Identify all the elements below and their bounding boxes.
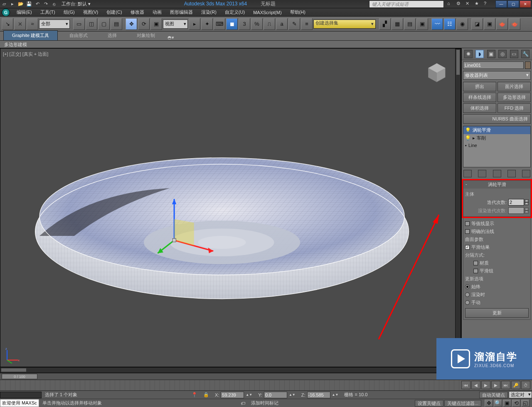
zoom-icon[interactable]: 🔍 — [494, 400, 502, 407]
object-color-swatch[interactable] — [525, 61, 531, 69]
modifier-stack[interactable]: 💡涡轮平滑 💡▸车削 ▪Line — [463, 126, 531, 167]
display-panel-icon[interactable]: ▭ — [510, 50, 518, 58]
sep-material-checkbox[interactable] — [473, 261, 478, 265]
render-iter-input[interactable] — [508, 207, 524, 214]
edit-named-sel-icon[interactable]: ✎ — [288, 18, 300, 30]
coord-y-input[interactable] — [264, 392, 287, 398]
spinner-down-icon[interactable]: ▼ — [525, 202, 529, 205]
update-render-radio[interactable] — [465, 292, 470, 297]
time-tag-icon[interactable]: 🏷 — [238, 401, 248, 406]
iterations-spinner[interactable]: ▲▼ — [508, 199, 529, 206]
stack-item-lathe[interactable]: 💡▸车削 — [463, 134, 530, 142]
goto-start-icon[interactable]: ⏮ — [461, 381, 470, 389]
iterations-input[interactable] — [508, 199, 524, 206]
key-mode-icon[interactable]: 🔑 — [511, 381, 520, 389]
isoline-checkbox[interactable] — [465, 221, 470, 226]
configure-sets-icon[interactable] — [522, 170, 530, 177]
select-manipulate-icon[interactable]: ✦ — [201, 18, 213, 30]
mod-btn-vol-select[interactable]: 体积选择 — [463, 103, 496, 113]
lightbulb-icon[interactable]: 💡 — [465, 135, 471, 141]
lightbulb-icon[interactable]: 💡 — [465, 127, 471, 133]
help-icon[interactable]: ? — [484, 1, 490, 7]
selection-filter-dropdown[interactable]: 全部 — [39, 20, 70, 29]
menu-custom[interactable]: 自定义(U) — [221, 9, 249, 15]
save-icon[interactable]: 💾 — [26, 1, 32, 7]
maxscript-mini-listener[interactable]: 欢迎使用 MAXSc — [0, 399, 39, 407]
create-panel-icon[interactable]: ✺ — [464, 50, 473, 58]
lock-selection-icon[interactable]: 📍 — [189, 392, 200, 397]
explicit-normals-checkbox[interactable] — [465, 229, 470, 234]
schematic-view-icon[interactable]: ☷ — [444, 18, 456, 30]
percent-snap-icon[interactable]: % — [251, 18, 263, 30]
rollout-header[interactable]: 涡轮平滑 — [463, 181, 530, 189]
spinner-down-icon[interactable]: ▼ — [525, 211, 529, 213]
pin-stack-icon[interactable] — [463, 170, 472, 177]
mirror-icon[interactable]: ▞ — [379, 18, 391, 30]
mod-btn-face-select[interactable]: 面片选择 — [498, 82, 531, 91]
viewport[interactable]: [+] [正交] [真实 + 边面] — [0, 48, 461, 367]
zoom-extents-icon[interactable]: ▣ — [503, 400, 511, 407]
sep-smoothgroup-checkbox[interactable] — [473, 269, 478, 273]
menu-group[interactable]: 组(G) — [59, 9, 79, 15]
stack-item-turbosmooth[interactable]: 💡涡轮平滑 — [463, 126, 530, 134]
close-button[interactable]: ✕ — [520, 0, 531, 8]
remove-mod-icon[interactable] — [507, 170, 516, 177]
workspace-dropdown[interactable]: 工作台: 默认 ▾ — [62, 1, 91, 7]
window-crossing-icon[interactable]: ▤ — [111, 18, 122, 30]
mini-trackview[interactable] — [0, 392, 42, 398]
update-button[interactable]: 更新 — [465, 308, 529, 318]
isoline-row[interactable]: 等值线显示 — [465, 220, 529, 228]
coord-x-input[interactable] — [221, 392, 244, 398]
time-config-icon[interactable]: ⏱ — [521, 381, 530, 389]
angle-snap-icon[interactable]: 3 — [239, 18, 250, 30]
spinner-up-icon[interactable]: ▲ — [525, 208, 529, 211]
favorite-icon[interactable]: ★ — [475, 1, 481, 7]
viewport-vscroll[interactable] — [455, 49, 461, 367]
help-search[interactable] — [369, 0, 444, 8]
bind-space-warp-icon[interactable]: ≈ — [27, 18, 38, 30]
prev-frame-icon[interactable]: ◀ — [471, 381, 480, 389]
region-rect-icon[interactable]: ▢ — [98, 18, 110, 30]
render-setup-icon[interactable]: ◪ — [471, 18, 483, 30]
spinner-snap-icon[interactable]: ⎍ — [264, 18, 275, 30]
viewport-hscroll[interactable] — [0, 367, 461, 373]
render-frame-icon[interactable]: ▣ — [484, 18, 495, 30]
ribbon-sub[interactable]: 多边形建模 — [0, 41, 532, 48]
redo-icon[interactable]: ↷ — [42, 1, 49, 7]
menu-modifiers[interactable]: 修改器 — [126, 9, 148, 15]
pan-icon[interactable]: ✥ — [485, 400, 493, 407]
material-editor-icon[interactable]: ◉ — [456, 18, 468, 30]
setkey-button[interactable]: 设置关键点 — [415, 400, 443, 407]
next-frame-icon[interactable]: ▶ — [491, 381, 500, 389]
show-end-result-icon[interactable] — [478, 170, 486, 177]
app-menu-button[interactable]: G — [2, 8, 10, 17]
select-link-icon[interactable]: ↘ — [2, 18, 13, 30]
open2-icon[interactable]: 📂 — [17, 1, 24, 7]
time-slider-handle[interactable]: 0 / 100 — [2, 374, 37, 379]
ribbon-tab-select[interactable]: 选择 — [99, 31, 125, 40]
help-search-input[interactable] — [371, 1, 442, 7]
maximize-button[interactable]: ▢ — [507, 0, 519, 8]
object-name-input[interactable] — [463, 61, 524, 69]
update-render-row[interactable]: 渲染时 — [465, 291, 529, 299]
named-selection-set-dropdown[interactable]: 创建选择集 — [313, 20, 376, 29]
rotate-icon[interactable]: ⟳ — [138, 18, 150, 30]
pivot-center-icon[interactable]: ▸ — [189, 18, 200, 30]
utilities-panel-icon[interactable]: 🔧 — [521, 50, 530, 58]
layer-icon[interactable]: ▤ — [404, 18, 416, 30]
menu-graph[interactable]: 图形编辑器 — [166, 9, 197, 15]
play-icon[interactable]: ▶ — [481, 381, 490, 389]
scale-icon[interactable]: ▣ — [150, 18, 162, 30]
minimize-button[interactable]: — — [495, 0, 507, 8]
render-icon[interactable]: 🫖 — [496, 18, 508, 30]
render-prod-icon[interactable]: 🫖 — [509, 18, 520, 30]
new-icon[interactable]: ▱ — [1, 1, 7, 7]
update-always-radio[interactable] — [465, 284, 470, 289]
explicit-normals-row[interactable]: 明确的法线 — [465, 228, 529, 235]
mod-btn-nurbs[interactable]: NURBS 曲面选择 — [463, 114, 531, 124]
mod-btn-ffd-select[interactable]: FFD 选择 — [498, 103, 531, 113]
render-iter-spinner[interactable]: ▲▼ — [508, 207, 529, 214]
smooth-result-checkbox[interactable] — [465, 245, 470, 250]
sep-smoothgroup-row[interactable]: 平滑组 — [473, 267, 529, 275]
mod-btn-poly-select[interactable]: 多边形选择 — [498, 93, 531, 102]
